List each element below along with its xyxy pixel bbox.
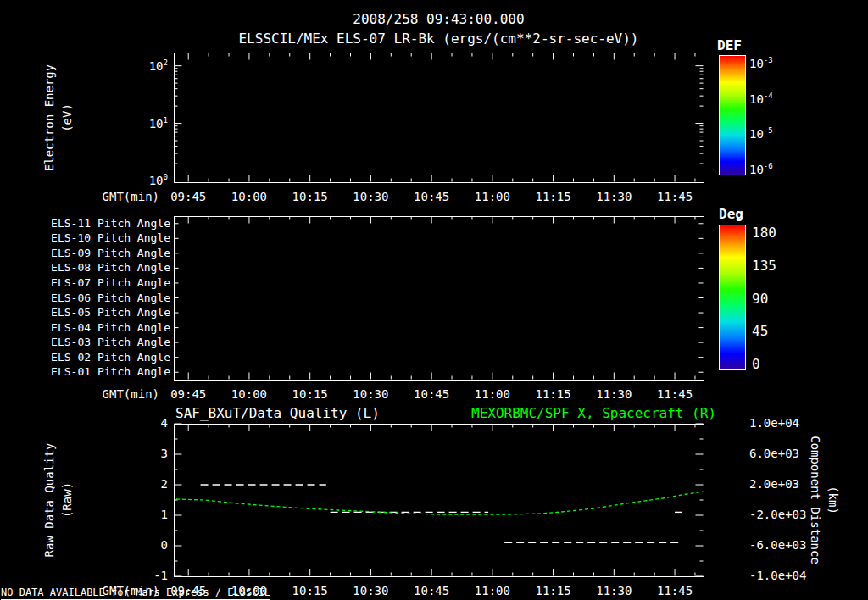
x-tick-label: 10:00: [231, 387, 267, 401]
x-tick-label: 11:30: [596, 584, 632, 597]
no-data-notice: NO DATA AVAILABLE for Mars Express / ELS…: [1, 586, 270, 598]
x-tick-label: 09:45: [170, 387, 206, 401]
panel3-left-y-axis-label-line2: (Raw): [58, 443, 76, 558]
x-tick-label: 10:30: [353, 584, 388, 597]
deg-colorbar: [719, 225, 746, 370]
panel3-left-y-tick-label: 4: [131, 416, 168, 430]
panel3-right-y-tick-labels: 1.0e+046.0e+032.0e+03-2.0e+03-6.0e+03-1.…: [749, 0, 817, 600]
deg-colorbar-title: Deg: [719, 206, 743, 222]
x-tick-label: 10:45: [414, 190, 449, 203]
x-tick-label: 10:45: [414, 387, 449, 401]
x-tick-label: 10:30: [353, 387, 388, 401]
panel1-y-axis-label: Electron Energy (eV): [41, 64, 76, 171]
x-tick-label: 11:00: [475, 190, 510, 203]
x-tick-label: 10:15: [292, 387, 328, 401]
x-tick-label: 11:15: [536, 584, 571, 597]
no-data-notice-text: NO DATA AVAILABLE for Mars Express / ELS…: [1, 586, 270, 600]
panel3-left-y-tick-label: 3: [131, 447, 168, 460]
panel3-right-y-tick-label: 2.0e+03: [749, 477, 799, 491]
panel1-x-tick-labels: 09:4510:0010:1510:3010:4511:0011:1511:30…: [0, 190, 868, 205]
panel3-left-y-tick-label: -1: [131, 569, 168, 582]
x-tick-label: 10:30: [353, 190, 388, 203]
x-tick-label: 11:30: [596, 387, 632, 401]
x-tick-label: 11:45: [657, 387, 693, 401]
x-tick-label: 09:45: [170, 190, 206, 203]
panel3-right-y-tick-label: -1.0e+04: [749, 569, 806, 582]
panel3-left-title: SAF_BXuT/Data Quality (L): [175, 405, 380, 421]
panel3-left-y-tick-label: 2: [131, 477, 168, 491]
x-tick-label: 11:30: [596, 190, 632, 203]
panel3-right-y-tick-label: -2.0e+03: [749, 508, 806, 521]
panel3-frame: [175, 425, 704, 577]
x-tick-label: 11:45: [657, 584, 693, 597]
panel1-y-axis-label-line1: Electron Energy: [41, 64, 58, 171]
x-tick-label: 11:15: [536, 387, 571, 401]
panel3-right-title: MEXORBMC/SPF X, Spacecraft (R): [398, 405, 716, 421]
x-tick-label: 11:45: [657, 190, 693, 203]
panel3-left-y-tick-label: 1: [131, 508, 168, 521]
panel1-y-axis-label-line2: (eV): [58, 64, 76, 171]
panel3-right-y-tick-label: 1.0e+04: [749, 416, 799, 430]
x-tick-label: 10:00: [231, 190, 267, 203]
def-colorbar: [719, 55, 746, 175]
x-tick-label: 11:15: [536, 190, 571, 203]
header-title: ELSSCIL/MEx ELS-07 LR-Bk (ergs/(cm**2-sr…: [174, 31, 704, 47]
panel1-frame: [175, 53, 704, 183]
def-colorbar-title: DEF: [717, 37, 742, 53]
x-tick-label: 11:00: [475, 387, 510, 401]
x-tick-label: 11:00: [475, 584, 510, 597]
panel3-right-y-tick-label: -6.0e+03: [749, 538, 806, 552]
x-tick-label: 10:45: [414, 584, 449, 597]
panel3-left-y-tick-labels: 43210-1: [131, 0, 168, 600]
panel3-left-y-axis-label: Raw Data Quality (Raw): [41, 443, 76, 558]
panel2-x-tick-labels: 09:4510:0010:1510:3010:4511:0011:1511:30…: [0, 387, 868, 403]
panel2-frame: [175, 217, 704, 381]
panel3-right-y-tick-label: 6.0e+03: [749, 447, 799, 460]
panel3-left-y-tick-label: 0: [131, 538, 168, 552]
x-tick-label: 10:15: [292, 190, 328, 203]
panel3-left-y-axis-label-line1: Raw Data Quality: [41, 443, 58, 558]
header-date: 2008/258 09:43:00.000: [174, 11, 704, 27]
x-tick-label: 10:15: [292, 584, 328, 597]
panel3-right-y-axis-unit: (km): [824, 436, 842, 564]
spacecraft-x-curve: [176, 492, 704, 514]
plot-page: 2008/258 09:43:00.000 ELSSCIL/MEx ELS-07…: [0, 0, 868, 600]
